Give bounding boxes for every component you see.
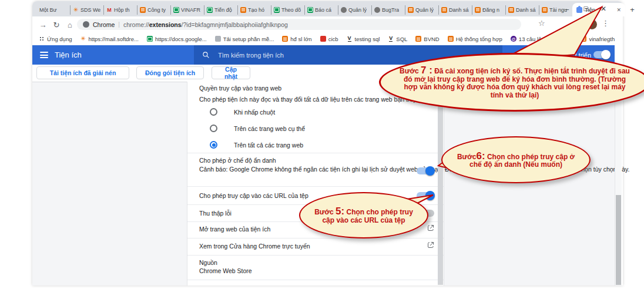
update-button[interactable]: Cập nhật <box>212 66 250 79</box>
tab-label: VINAFR <box>181 7 200 13</box>
bookmark-label: SQL <box>396 36 407 42</box>
site-access-option[interactable]: Trên các trang web cụ thể <box>199 124 432 133</box>
browser-tab[interactable]: Hộp th <box>103 5 137 15</box>
site-access-options: Khi nhấp chuộtTrên các trang web cụ thểT… <box>199 107 432 157</box>
browser-tab[interactable]: SDS We <box>70 5 103 15</box>
window-close-button[interactable]: ✕ <box>596 1 611 16</box>
callout-step-6: Bước6: Chọn cho phép truy cập ở chế độ ẩ… <box>441 136 591 183</box>
radio-selected[interactable] <box>210 141 217 149</box>
bookmark-item[interactable]: 13 câu lệnh SQL qu... <box>511 36 573 42</box>
bookmark-label: Hệ thống tổng hợp <box>456 36 502 42</box>
tab-close-icon[interactable]: ✕ <box>616 7 621 13</box>
tab-label: Danh sá <box>449 7 469 13</box>
tab-label: Công ty <box>147 7 166 13</box>
error-collection-row-title: Thu thập lỗi <box>199 210 232 217</box>
browser-tab[interactable]: BugTra <box>371 5 405 15</box>
source-label: Nguồn <box>199 259 217 266</box>
sheet-icon <box>147 36 153 42</box>
browser-tab[interactable]: Tiến độ <box>204 5 237 15</box>
sheet-icon <box>307 7 313 13</box>
doc-icon <box>475 7 481 13</box>
open-extension-website-link[interactable]: Mở trang web của tiện ích <box>199 226 270 233</box>
bookmark-label: Tải setup phần mề... <box>223 36 274 42</box>
tab-label: Tạo hó <box>248 7 264 13</box>
tab-label: Hộp th <box>114 7 130 13</box>
radio-unselected[interactable] <box>210 125 217 132</box>
bookmark-label: cicb <box>328 36 338 42</box>
tab-label: Theo dõ <box>281 7 301 13</box>
asterisk-icon <box>73 7 79 13</box>
reload-icon[interactable]: ↻ <box>51 19 62 31</box>
badge-icon <box>320 36 326 42</box>
page-info-icon[interactable] <box>83 21 89 28</box>
tab-label: Quản lý <box>348 7 367 13</box>
pack-extension-button[interactable]: Đóng gói tiện ích <box>136 66 204 79</box>
window-minimize-button[interactable]: – <box>559 1 575 16</box>
browser-tab[interactable]: Danh sá <box>505 5 539 15</box>
doc-icon <box>448 36 454 42</box>
browser-tab[interactable]: Quản lý <box>338 5 371 15</box>
browser-tab[interactable]: Tạo hó <box>237 5 271 15</box>
page-title: Tiện ích <box>55 51 82 59</box>
browser-tab[interactable]: Công ty <box>137 5 170 15</box>
page-scrollbar[interactable]: ▲ <box>615 82 622 285</box>
radio-label: Trên các trang web cụ thể <box>234 125 305 132</box>
docfile-icon <box>215 36 221 42</box>
bookmark-item[interactable]: Hệ thống tổng hợp <box>448 36 502 42</box>
search-icon <box>202 51 210 59</box>
profile-avatar[interactable] <box>587 19 597 29</box>
extensions-search-input[interactable] <box>217 51 466 59</box>
site-access-option[interactable]: Trên tất cả các trang web <box>199 140 432 149</box>
bookmark-item[interactable]: BVND <box>415 36 439 42</box>
divider <box>187 280 444 280</box>
forward-icon[interactable]: → <box>37 19 49 31</box>
incognito-toggle[interactable] <box>417 167 434 174</box>
browser-tab[interactable]: Quản lý <box>405 5 438 15</box>
bookmark-label: https://docs.google... <box>155 36 207 42</box>
extension-detail-card: Quyền truy cập vào trang web Cho phép ti… <box>187 82 444 285</box>
view-in-web-store-link[interactable]: Xem trong Cửa hàng Chrome trực tuyến <box>199 243 310 250</box>
site-access-option[interactable]: Khi nhấp chuột <box>199 107 432 116</box>
developer-mode-toggle[interactable] <box>593 51 610 58</box>
file-urls-toggle[interactable] <box>417 192 434 199</box>
bookmark-item[interactable]: https://docs.google... <box>147 36 207 42</box>
browser-tab[interactable]: Báo cá <box>304 5 338 15</box>
bookmark-item[interactable]: vinafriegth <box>581 36 615 42</box>
vletter-icon <box>388 36 394 42</box>
browser-tab[interactable]: Đăng n <box>472 5 505 15</box>
doc-icon <box>542 7 548 13</box>
radio-label: Khi nhấp chuột <box>234 109 275 116</box>
radio-label: Trên tất cả các trang web <box>234 142 303 149</box>
browser-tab[interactable]: VINAFR <box>170 5 204 15</box>
browser-tab[interactable]: Theo dõ <box>271 5 304 15</box>
bookmark-item[interactable]: hđ sl lớn <box>282 36 311 42</box>
tab-label: Danh sá <box>516 7 536 13</box>
load-unpacked-button[interactable]: Tải tiện ích đã giải nén <box>36 66 129 79</box>
home-icon[interactable]: ⌂ <box>64 19 76 31</box>
browser-tab[interactable]: Danh sá <box>438 5 472 15</box>
asterisk-icon <box>80 36 86 42</box>
doc-icon <box>508 7 514 13</box>
card-scrollbar[interactable] <box>438 82 443 285</box>
browser-menu-icon[interactable]: ⋮ <box>602 19 609 28</box>
divider <box>187 238 444 238</box>
window-maximize-button[interactable]: ☐ <box>578 1 593 16</box>
at-icon <box>511 36 516 42</box>
doc-icon <box>415 36 421 42</box>
bookmark-item[interactable]: testing sql <box>347 36 380 42</box>
bookmark-item[interactable]: SQL <box>388 36 407 42</box>
bookmark-item[interactable]: Ứng dụng <box>39 36 72 42</box>
site-access-description: Cho phép tiện ích này đọc và thay đổi tấ… <box>199 96 430 103</box>
new-tab-button[interactable]: + <box>625 3 639 16</box>
browser-tab[interactable]: Một Bư <box>37 5 70 15</box>
site-access-section-title: Quyền truy cập vào trang web <box>199 85 281 92</box>
menu-hamburger-icon[interactable] <box>40 52 48 58</box>
address-bar[interactable]: Chrome | chrome://extensions/?id=bkfagmn… <box>77 19 521 30</box>
scrollbar-thumb[interactable] <box>616 195 621 285</box>
bookmark-item[interactable]: https://mail.softdre... <box>80 36 139 42</box>
tab-label: Báo cá <box>315 7 331 13</box>
bookmark-item[interactable]: cicb <box>320 36 338 42</box>
bookmark-item[interactable]: Tải setup phần mề... <box>215 36 274 42</box>
radio-unselected[interactable] <box>210 108 217 116</box>
bookmark-star-icon[interactable]: ☆ <box>538 19 545 28</box>
